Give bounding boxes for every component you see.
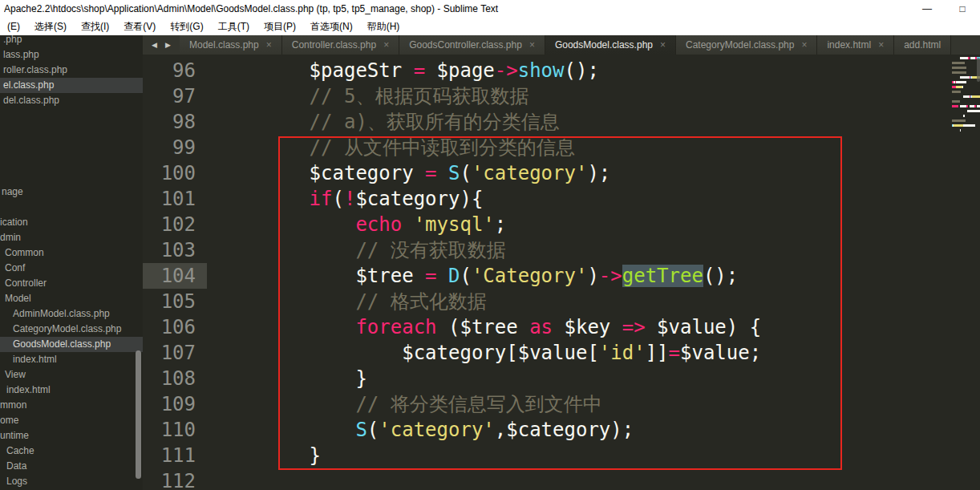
tab-add.html[interactable]: add.html (894, 35, 951, 55)
code-token: ! (344, 188, 355, 210)
sidebar-item[interactable]: nage (0, 184, 143, 200)
sidebar-item[interactable]: Common (0, 245, 143, 261)
tab-close-icon[interactable]: × (382, 39, 389, 51)
sidebar-item[interactable]: Data (0, 459, 143, 474)
sidebar-item[interactable]: Logs (0, 474, 143, 489)
tab-GoodsModel.class.php[interactable]: GoodsModel.class.php× (545, 35, 676, 55)
code-line[interactable]: echo 'mysql'; (217, 212, 980, 237)
menu-item[interactable]: 帮助(H) (360, 20, 407, 34)
tab-Controller.class.php[interactable]: Controller.class.php× (282, 35, 399, 55)
tab-close-icon[interactable]: × (265, 39, 272, 51)
gutter: 9697989910010110210310410510610710810911… (143, 55, 207, 490)
sidebar-item[interactable]: ome (0, 413, 143, 428)
code-token (217, 136, 310, 159)
code-token: if (310, 188, 333, 210)
minimap-segment (972, 95, 980, 98)
code-line[interactable]: // 5、根据页码获取数据 (217, 83, 980, 109)
sidebar-item[interactable]: lass.php (0, 47, 143, 63)
code-line[interactable]: // 没有获取数据 (217, 237, 980, 263)
line-number: 110 (143, 417, 207, 443)
code-token: ) { (727, 316, 761, 338)
code-line[interactable]: S('category',$category); (217, 417, 980, 443)
tab-index.html[interactable]: index.html× (817, 35, 894, 55)
tab-CategoryModel.class.php[interactable]: CategoryModel.class.php× (676, 35, 817, 55)
sidebar-item[interactable]: index.html (0, 383, 143, 398)
tab-nav-right-icon[interactable]: ▶ (165, 41, 171, 49)
code-line[interactable]: } (217, 366, 980, 391)
code-line[interactable]: } (217, 443, 980, 468)
sidebar-item[interactable]: untime (0, 428, 143, 443)
code-token: $category[$value[ (217, 342, 599, 364)
minimap-segment (962, 86, 963, 88)
sidebar-item[interactable]: Model (0, 291, 143, 306)
line-number: 102 (143, 212, 207, 237)
tab-nav-left-icon[interactable]: ◀ (152, 41, 157, 49)
minimap-segment (966, 105, 968, 107)
menu-item[interactable]: 查找(I) (74, 20, 116, 34)
sidebar-item[interactable]: View (0, 367, 143, 383)
minimize-button[interactable]: — (909, 3, 945, 14)
code-token: 'mysql' (414, 213, 495, 236)
code-line[interactable]: $category = S('category'); (217, 160, 980, 186)
tab-close-icon[interactable]: × (877, 39, 884, 51)
tab-close-icon[interactable]: × (528, 39, 535, 51)
code-line[interactable]: $category[$value['id']]=$value; (217, 340, 980, 366)
menu-item[interactable]: 项目(P) (257, 20, 303, 34)
sidebar-item[interactable]: .php (0, 35, 143, 47)
code-line[interactable]: // 格式化数据 (217, 289, 980, 314)
code-line[interactable]: $pageStr = $page->show(); (217, 58, 980, 83)
menu-item[interactable]: 首选项(N) (303, 20, 360, 34)
tab-close-icon[interactable]: × (658, 39, 666, 51)
sidebar-item[interactable]: GoodsModel.class.php (0, 337, 143, 352)
minimap-line (952, 110, 979, 112)
line-number: 109 (143, 391, 207, 417)
code-line[interactable]: $tree = D('Category')->getTree(); (217, 263, 980, 289)
minimap-line (952, 62, 979, 64)
tab-Model.class.php[interactable]: Model.class.php× (180, 35, 282, 55)
tab-GoodsController.class.php[interactable]: GoodsController.class.php× (399, 35, 545, 55)
menu-item[interactable]: 选择(S) (27, 20, 74, 34)
code-line[interactable]: if(!$category){ (217, 186, 980, 212)
sidebar-item[interactable]: index.html (0, 352, 143, 367)
sidebar-item[interactable]: Conf (0, 261, 143, 276)
minimap-scroll-thumb[interactable] (977, 58, 980, 82)
code-line[interactable]: foreach ($tree as $key => $value) { (217, 314, 980, 340)
sidebar-item[interactable]: dmin (0, 230, 143, 245)
sidebar-item[interactable]: roller.class.php (0, 63, 143, 78)
editor[interactable]: 9697989910010110210310410510610710810911… (143, 55, 980, 490)
minimap-segment (968, 57, 969, 59)
sidebar-item[interactable]: AdminModel.class.php (0, 306, 143, 322)
minimap-line (952, 91, 979, 93)
sidebar-item[interactable]: el.class.php (0, 78, 143, 93)
code-token: $category (355, 188, 460, 210)
line-number: 101 (143, 186, 207, 212)
code-token (217, 85, 310, 107)
minimap[interactable] (951, 55, 980, 490)
line-number: 100 (143, 160, 207, 186)
maximize-button[interactable]: □ (945, 3, 980, 14)
code-token: => (622, 316, 646, 338)
sidebar-item[interactable]: ication (0, 215, 143, 230)
sidebar-item[interactable]: mmon (0, 398, 143, 413)
content-area: ◀ ▶ Model.class.php×Controller.class.php… (143, 35, 980, 490)
code-line[interactable] (217, 468, 980, 490)
code-line[interactable]: // 从文件中读取到分类的信息 (217, 135, 980, 160)
code-token (217, 316, 355, 338)
sidebar-item[interactable]: CategoryModel.class.php (0, 322, 143, 337)
code-line[interactable]: // a)、获取所有的分类信息 (217, 109, 980, 135)
sidebar-item[interactable]: Cache (0, 443, 143, 459)
menu-item[interactable]: 工具(T) (211, 20, 257, 34)
sidebar-scrollbar[interactable] (136, 350, 141, 479)
code-area[interactable]: $pageStr = $page->show(); // 5、根据页码获取数据 … (207, 55, 980, 490)
menu-item[interactable]: (E) (0, 21, 27, 32)
code-token: ( (460, 265, 471, 287)
sidebar-item[interactable]: del.class.php (0, 93, 143, 108)
line-number: 112 (143, 468, 207, 490)
tab-bar: ◀ ▶ Model.class.php×Controller.class.php… (143, 35, 980, 55)
tab-close-icon[interactable]: × (800, 39, 807, 51)
code-line[interactable]: // 将分类信息写入到文件中 (217, 391, 980, 417)
sidebar-item[interactable]: Controller (0, 276, 143, 291)
menu-item[interactable]: 查看(V) (116, 20, 163, 34)
code-token: 'category' (379, 419, 495, 441)
menu-item[interactable]: 转到(G) (163, 20, 210, 34)
